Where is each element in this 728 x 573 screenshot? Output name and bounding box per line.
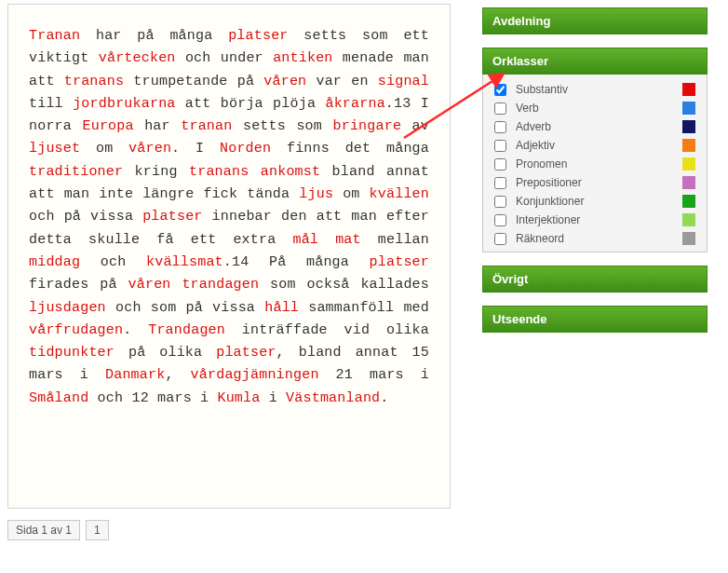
highlighted-word: trandagen	[182, 277, 259, 293]
highlighted-word: signal	[378, 74, 429, 89]
pager: Sida 1 av 1 1	[7, 520, 451, 540]
text-fragment: och under	[176, 50, 274, 66]
text-fragment: 21 mars i	[319, 367, 429, 383]
highlighted-word: tranans	[189, 164, 249, 180]
text-fragment: i	[260, 390, 286, 406]
text-fragment: . I	[171, 141, 220, 157]
highlighted-word: platser	[142, 209, 202, 225]
word-class-checkbox[interactable]	[494, 233, 506, 245]
word-class-label: Pronomen	[516, 157, 673, 171]
highlighted-word: vårdagjämningen	[191, 367, 319, 383]
highlighted-word: Europa	[82, 118, 133, 134]
text-fragment: ,	[165, 367, 190, 383]
word-class-label: Substantiv	[516, 83, 673, 96]
text-fragment: kring	[123, 164, 189, 180]
word-class-label: Prepositioner	[516, 176, 673, 189]
word-class-label: Räkneord	[516, 232, 673, 245]
word-class-checkbox[interactable]	[494, 158, 506, 171]
panel-heading-orklasser[interactable]: Orklasser	[482, 48, 708, 75]
word-class-list: SubstantivVerbAdverbAdjektivPronomenPrep…	[482, 75, 708, 252]
word-class-row[interactable]: Verb	[489, 99, 701, 117]
highlighted-word: ljuset	[29, 141, 80, 157]
text-fragment: om	[333, 186, 369, 202]
highlighted-word: Trandagen	[148, 322, 225, 338]
color-swatch	[682, 157, 695, 171]
highlighted-word: ljus	[299, 186, 333, 202]
highlighted-word: Västmanland	[286, 390, 380, 406]
highlighted-word: platser	[228, 28, 288, 44]
text-fragment: till	[29, 96, 73, 112]
pager-status: Sida 1 av 1	[7, 520, 80, 540]
color-swatch	[682, 176, 695, 189]
highlighted-word: ljusdagen	[29, 300, 106, 316]
text-fragment: och som på vissa	[106, 300, 264, 316]
word-class-label: Adjektiv	[516, 139, 673, 152]
text-fragment: på olika	[115, 345, 216, 361]
word-class-checkbox[interactable]	[494, 102, 506, 115]
word-class-row[interactable]: Adjektiv	[489, 136, 701, 155]
text-fragment: inträffade vid olika	[225, 322, 429, 338]
highlighted-word: Småland	[29, 390, 88, 406]
text-fragment	[318, 232, 335, 248]
color-swatch	[682, 102, 695, 115]
highlighted-word: våren	[128, 277, 171, 293]
word-class-row[interactable]: Adverb	[489, 117, 701, 136]
highlighted-word: tranans	[64, 74, 124, 89]
panel-heading-utseende[interactable]: Utseende	[482, 306, 708, 333]
text-fragment: och	[80, 254, 146, 270]
text-fragment: av	[401, 118, 429, 134]
highlighted-word: vårtecken	[99, 50, 176, 66]
highlighted-word: middag	[29, 254, 80, 270]
text-fragment: .	[380, 390, 388, 406]
word-class-checkbox[interactable]	[494, 177, 506, 189]
highlighted-word: våren	[128, 141, 171, 157]
highlighted-word: mål	[292, 232, 318, 248]
panel-heading-ovrigt[interactable]: Övrigt	[482, 266, 708, 293]
highlighted-word: Norden	[220, 141, 271, 157]
text-fragment: var en	[306, 74, 377, 89]
word-class-row[interactable]: Interjektioner	[489, 211, 701, 229]
text-fragment: trumpetande på	[124, 74, 263, 89]
word-class-label: Verb	[516, 102, 673, 115]
highlighted-word: bringare	[333, 118, 402, 134]
panel-ovrigt: Övrigt	[482, 266, 708, 293]
text-fragment: att börja plöja	[176, 96, 326, 112]
word-class-checkbox[interactable]	[494, 214, 506, 226]
text-fragment	[249, 164, 260, 180]
text-fragment: sammanföll med	[299, 300, 429, 316]
word-class-label: Adverb	[516, 120, 673, 133]
text-fragment: som också kallades	[259, 277, 429, 293]
highlighted-word: tranan	[181, 118, 232, 134]
text-fragment: finns det många	[271, 141, 429, 157]
panel-avdelning: Avdelning	[482, 7, 708, 34]
word-class-checkbox[interactable]	[494, 140, 506, 152]
word-class-row[interactable]: Räkneord	[489, 229, 701, 248]
highlighted-word: jordbrukarna	[73, 96, 175, 112]
color-swatch	[682, 232, 695, 245]
highlighted-word: vårfrudagen	[29, 322, 123, 338]
highlighted-word: åkrarna	[325, 96, 384, 112]
highlighted-word: kvällsmat	[146, 254, 223, 270]
text-fragment	[171, 277, 182, 293]
highlighted-word: Danmark	[105, 367, 165, 383]
word-class-checkbox[interactable]	[494, 196, 506, 208]
highlighted-word: våren	[263, 74, 306, 89]
word-class-row[interactable]: Konjunktioner	[489, 192, 701, 211]
word-class-row[interactable]: Substantiv	[489, 80, 701, 99]
highlighted-word: antiken	[273, 50, 332, 66]
word-class-label: Konjunktioner	[516, 195, 673, 208]
text-fragment: firades på	[29, 277, 128, 293]
pager-page-button[interactable]: 1	[86, 520, 109, 540]
highlighted-word: platser	[370, 254, 429, 270]
panel-heading-avdelning[interactable]: Avdelning	[482, 7, 708, 34]
color-swatch	[682, 195, 695, 208]
highlighted-word: Kumla	[217, 390, 260, 406]
word-class-row[interactable]: Pronomen	[489, 155, 701, 173]
highlighted-word: platser	[216, 345, 276, 361]
word-class-checkbox[interactable]	[494, 84, 506, 96]
word-class-checkbox[interactable]	[494, 121, 506, 133]
highlighted-word: håll	[264, 300, 299, 316]
word-class-row[interactable]: Prepositioner	[489, 173, 701, 192]
panel-orklasser: Orklasser SubstantivVerbAdverbAdjektivPr…	[482, 48, 708, 252]
color-swatch	[682, 139, 695, 152]
